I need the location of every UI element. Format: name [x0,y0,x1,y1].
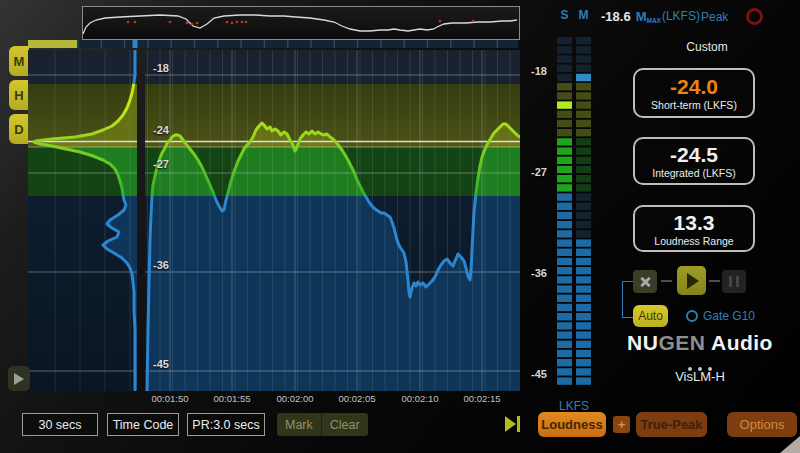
tab-distribution[interactable]: D [9,114,29,144]
meter-m-label: M [576,8,591,22]
time-label: 00:02:10 [390,393,450,404]
pause-button[interactable] [722,270,746,293]
window-length-button[interactable]: 30 secs [22,413,98,436]
auto-label: Auto [638,309,663,323]
meter-s-label: S [557,8,572,22]
gate-label[interactable]: Gate G10 [703,309,755,323]
graph-y-label: -24 [153,124,169,136]
transport-dash [661,280,672,282]
resize-grip[interactable] [780,436,800,453]
clear-button[interactable]: Clear [322,418,368,432]
loudness-range-label: Loudness Range [654,235,733,247]
pause-icon [729,276,732,287]
reset-button[interactable] [633,270,657,293]
meter-tick-label: -18 [521,65,547,77]
overview-waveform [83,7,517,37]
time-label: 00:02:05 [327,393,387,404]
pr-button[interactable]: PR:3.0 secs [187,413,265,436]
short-term-value: -24.0 [670,75,718,98]
meter-tick-label: -36 [521,267,547,279]
gate-radio-circle[interactable] [686,310,698,322]
preset-name: Custom [657,40,757,54]
time-label: 00:01:55 [202,393,262,404]
mark-clear-group: Mark Clear [277,413,368,436]
graph-y-label: -45 [153,358,169,370]
time-label: 00:01:50 [140,393,200,404]
short-term-readout: -24.0 Short-term (LKFS) [633,68,755,118]
loudness-range-readout: 13.3 Loudness Range [633,205,755,252]
integrated-value: -24.5 [670,143,718,166]
x-icon [639,276,651,288]
mmax-m: M [636,9,647,24]
peak-indicator-ring[interactable] [746,8,763,25]
auto-button[interactable]: Auto [633,305,668,327]
skip-to-end-button[interactable] [505,416,520,432]
transport-dash [709,280,720,282]
integrated-readout: -24.5 Integrated (LKFS) [633,137,755,185]
nugen-audio-logo: NUGEN Audio [620,331,780,355]
time-label: 00:02:15 [452,393,512,404]
plus-button[interactable]: + [613,416,630,433]
loudness-meters [555,35,595,391]
meter-unit-label: LKFS [546,399,602,413]
short-term-label: Short-term (LKFS) [651,99,737,111]
true-peak-mode-button[interactable]: True-Peak [636,412,707,437]
graph-y-label: -27 [153,158,169,170]
loudness-mode-button[interactable]: Loudness [538,412,606,437]
timecode-button[interactable]: Time Code [107,413,179,436]
play-arrow-icon [14,373,24,385]
tab-momentary[interactable]: M [9,46,29,76]
peak-label: Peak [701,10,728,24]
mmax-subscript: MAX [646,17,660,24]
mmax-readout: -18.6 M MAX (LKFS) [601,9,700,24]
loudness-history-graph[interactable] [145,50,520,391]
options-button[interactable]: Options [727,412,797,437]
graph-y-label: -18 [153,62,169,74]
mark-button[interactable]: Mark [277,418,321,432]
tab-history[interactable]: H [9,80,29,110]
play-button[interactable] [677,266,706,295]
meter-tick-label: -45 [521,368,547,380]
transport-link-bracket [622,281,633,318]
overview-position-bar[interactable] [28,40,520,48]
loudness-distribution-histogram[interactable] [28,50,137,391]
tab-history-label: H [14,88,23,103]
skip-to-end-icon [505,416,516,432]
meter-tick-label: -27 [521,166,547,178]
tab-momentary-label: M [14,54,25,69]
loudness-history-overview[interactable] [82,6,520,40]
tab-distribution-label: D [14,122,23,137]
graph-y-label: -36 [153,259,169,271]
time-label: 00:02:00 [265,393,325,404]
product-name: VisLM-H [620,369,780,384]
history-play-button[interactable] [8,366,30,391]
mmax-unit: (LKFS) [662,9,700,23]
loudness-range-value: 13.3 [674,211,715,234]
mmax-value: -18.6 [601,9,631,24]
integrated-label: Integrated (LKFS) [652,167,735,179]
play-icon [687,273,699,289]
